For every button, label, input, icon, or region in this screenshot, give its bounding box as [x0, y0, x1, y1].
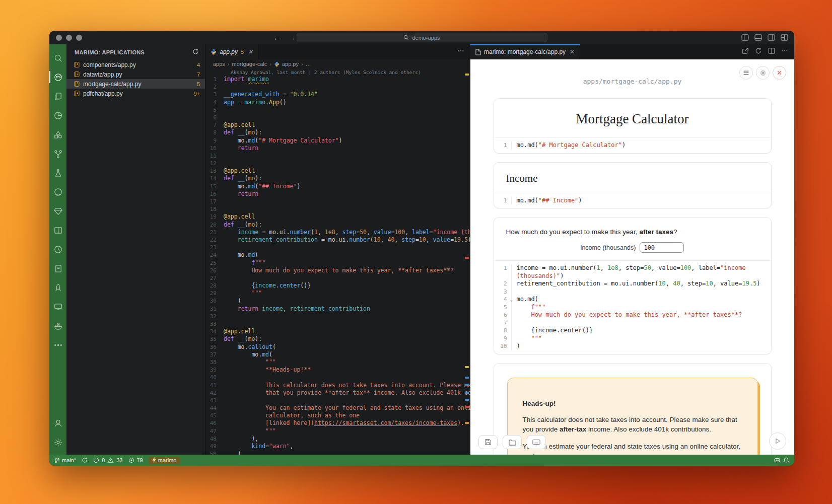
toggle-sidebar-icon[interactable]	[741, 34, 749, 41]
toggle-panel-icon[interactable]	[754, 34, 762, 41]
code-line[interactable]: 27	[205, 274, 470, 282]
code-line[interactable]: 17	[205, 198, 470, 205]
overview-ruler[interactable]	[463, 68, 470, 455]
code-line[interactable]: 32	[205, 313, 470, 320]
code-line[interactable]: 14def __(mo):	[205, 175, 470, 182]
code-line[interactable]: 46 [linked here](https://smartasset.com/…	[205, 419, 470, 427]
docker-icon[interactable]	[49, 316, 66, 335]
sync-icon[interactable]	[82, 457, 88, 463]
code-line[interactable]: 21 income = mo.ui.number(1, 1e8, step=50…	[205, 229, 470, 236]
gitlens-annotation[interactable]: Akshay Agrawal, last month | 2 authors (…	[205, 69, 470, 76]
breadcrumb-item[interactable]: mortgage-calc	[232, 61, 267, 67]
beaker-icon[interactable]	[49, 163, 66, 182]
gem-icon[interactable]	[49, 201, 66, 221]
code-line[interactable]: 48 ),	[205, 435, 470, 443]
history-forward-button[interactable]: →	[289, 34, 296, 42]
git-fork-icon[interactable]	[49, 144, 66, 163]
code-line[interactable]: 18	[205, 205, 470, 213]
github-icon[interactable]	[49, 182, 66, 201]
sidebar-file-mortgage-calc-app-py[interactable]: mortgage-calc/app.py5	[66, 79, 205, 89]
toggle-secondary-sidebar-icon[interactable]	[768, 34, 775, 41]
code-line[interactable]: 22 retirement_contribution = mo.ui.numbe…	[205, 236, 470, 244]
code-line[interactable]: 33	[205, 320, 470, 328]
pie-icon[interactable]	[49, 106, 66, 125]
code-line[interactable]: 49 kind="warn",	[205, 443, 470, 450]
files-button[interactable]	[503, 435, 522, 449]
code-line[interactable]: 47 """	[205, 427, 470, 435]
code-line[interactable]: 25 f"""	[205, 259, 470, 267]
more-icon[interactable]	[49, 335, 66, 354]
code-line[interactable]: 40	[205, 374, 470, 381]
code-line[interactable]: 4app = marimo.App()	[205, 99, 470, 106]
income-input[interactable]	[640, 242, 684, 253]
code-line[interactable]: 16 return	[205, 190, 470, 198]
cell-code[interactable]: 1mo.md("# Mortgage Calculator")	[494, 137, 771, 153]
more-actions-icon[interactable]	[457, 47, 464, 56]
code-line[interactable]: 28 {income.center()}	[205, 282, 470, 290]
code-line[interactable]: 12	[205, 160, 470, 167]
problems-status[interactable]: 0 33	[93, 457, 122, 463]
code-line[interactable]: 6	[205, 114, 470, 121]
save-button[interactable]	[478, 435, 498, 449]
breadcrumb[interactable]: apps › mortgage-calc › app.py › …	[205, 59, 470, 68]
code-line[interactable]: 37 mo.md(	[205, 351, 470, 358]
refresh-icon[interactable]	[755, 47, 762, 56]
run-button[interactable]	[769, 433, 786, 450]
devices-icon[interactable]	[49, 297, 66, 316]
breadcrumb-item[interactable]: app.py	[282, 61, 299, 67]
close-tab-icon[interactable]: ✕	[248, 48, 253, 55]
account-icon[interactable]	[49, 413, 66, 433]
menu-button[interactable]	[739, 66, 753, 80]
code-line[interactable]: 10 return	[205, 145, 470, 152]
code-line[interactable]: 39 **Heads-up!**	[205, 366, 470, 374]
clock-icon[interactable]	[49, 240, 66, 259]
sidebar-file-dataviz-app-py[interactable]: dataviz/app.py7	[66, 69, 205, 79]
files-copy-icon[interactable]	[49, 87, 66, 106]
sidebar-file-pdfchat-app-py[interactable]: pdfchat/app.py9+	[66, 89, 205, 98]
close-window-button[interactable]	[56, 35, 62, 41]
zoom-window-button[interactable]	[76, 35, 82, 41]
code-line[interactable]: 19@app.cell	[205, 213, 470, 221]
close-tab-icon[interactable]: ✕	[570, 48, 575, 55]
tab-app-py[interactable]: app.py 5 ✕	[205, 44, 258, 59]
code-line[interactable]: 34@app.cell	[205, 328, 470, 335]
code-line[interactable]: 8def __(mo):	[205, 129, 470, 136]
notifications-bell-icon[interactable]	[783, 457, 789, 464]
code-line[interactable]: 23	[205, 244, 470, 251]
code-line[interactable]: 42 that you provide **after-tax** income…	[205, 389, 470, 397]
code-line[interactable]: 38 """	[205, 358, 470, 366]
sidebar-file-components-app-py[interactable]: components/app.py4	[66, 60, 205, 69]
copilot-icon[interactable]	[774, 457, 781, 463]
code-line[interactable]: 2	[205, 83, 470, 91]
cell-code[interactable]: 1mo.md("## Income")	[494, 193, 771, 208]
search-icon[interactable]	[49, 48, 66, 67]
code-line[interactable]: 3__generated_with = "0.0.14"	[205, 91, 470, 98]
code-line[interactable]: 36 mo.callout(	[205, 343, 470, 351]
history-back-button[interactable]: ←	[273, 34, 281, 42]
code-line[interactable]: 35def __(mo):	[205, 335, 470, 343]
code-line[interactable]: 29 """	[205, 290, 470, 297]
code-line[interactable]: 24 mo.md(	[205, 251, 470, 259]
code-line[interactable]: 30 )	[205, 297, 470, 305]
code-line[interactable]: 43	[205, 397, 470, 404]
traffic-lights[interactable]	[49, 35, 82, 41]
settings-button[interactable]	[756, 66, 770, 80]
breadcrumb-item[interactable]: apps	[213, 61, 225, 67]
code-line[interactable]: 44 You can estimate your federal and sta…	[205, 404, 470, 412]
cell-code[interactable]: 1income = mo.ui.number(1, 1e8, step=50, …	[494, 260, 771, 354]
more-actions-icon[interactable]	[781, 47, 788, 56]
code-line[interactable]: 5	[205, 106, 470, 114]
refresh-icon[interactable]	[192, 48, 199, 57]
git-branch-status[interactable]: main*	[54, 457, 76, 463]
fold-chevron-icon[interactable]: ⌄	[510, 296, 513, 304]
settings-icon[interactable]	[49, 433, 66, 452]
code-line[interactable]: 15 mo.md("## Income")	[205, 183, 470, 190]
code-line[interactable]: 26 How much do you expect to make this y…	[205, 267, 470, 274]
code-line[interactable]: 41 This calculator does not take taxes i…	[205, 382, 470, 389]
code-line[interactable]: 20def __(mo):	[205, 221, 470, 229]
shutdown-button[interactable]	[773, 66, 786, 80]
rocket-icon[interactable]	[49, 278, 66, 297]
code-line[interactable]: 7@app.cell	[205, 121, 470, 129]
marimo-extension-badge[interactable]: marimo	[149, 457, 180, 464]
code-line[interactable]: 9 mo.md("# Mortgage Calculator")	[205, 137, 470, 145]
